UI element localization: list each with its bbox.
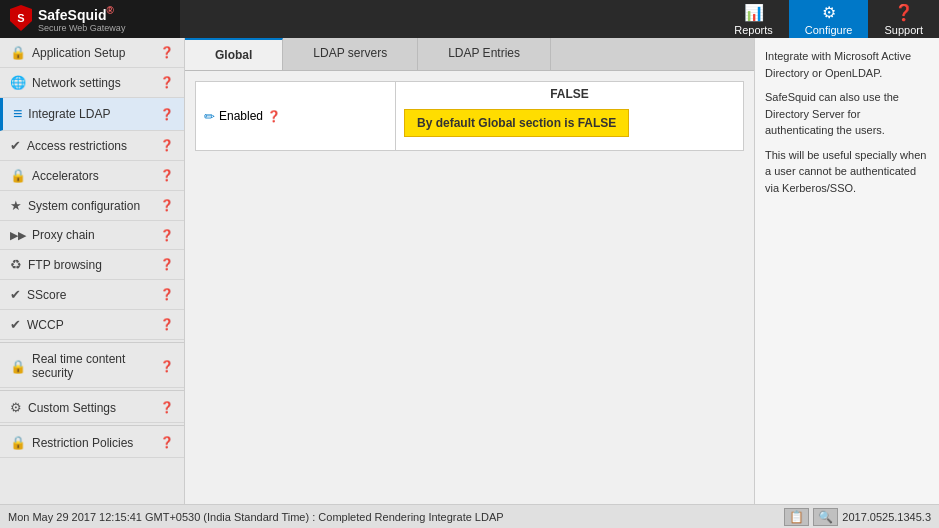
sidebar-label-restriction-policies: Restriction Policies bbox=[32, 436, 133, 450]
logo-shield-icon: S bbox=[10, 5, 32, 31]
logo-sub: Secure Web Gateway bbox=[38, 23, 125, 33]
tooltip-callout: By default Global section is FALSE bbox=[404, 109, 629, 137]
help-icon-sscore: ❓ bbox=[160, 288, 174, 301]
help-icon-network: ❓ bbox=[160, 76, 174, 89]
sidebar-label-access-restrictions: Access restrictions bbox=[27, 139, 127, 153]
header: S SafeSquid® Secure Web Gateway 📊 Report… bbox=[0, 0, 939, 38]
sidebar-item-ftp-browsing[interactable]: ♻ FTP browsing ❓ bbox=[0, 250, 184, 280]
support-button[interactable]: ❓ Support bbox=[868, 0, 939, 38]
accelerators-icon: 🔒 bbox=[10, 168, 26, 183]
sidebar-item-system-config[interactable]: ★ System configuration ❓ bbox=[0, 191, 184, 221]
tabs-bar: Global LDAP servers LDAP Entries bbox=[185, 38, 754, 71]
system-config-icon: ★ bbox=[10, 198, 22, 213]
row-header-cell: ✏ Enabled ❓ bbox=[196, 82, 396, 151]
sidebar-label-app-setup: Application Setup bbox=[32, 46, 125, 60]
proxy-chain-icon: ▶▶ bbox=[10, 229, 26, 242]
sidebar-item-app-setup[interactable]: 🔒 Application Setup ❓ bbox=[0, 38, 184, 68]
help-icon-access: ❓ bbox=[160, 139, 174, 152]
sidebar-item-integrate-ldap[interactable]: ≡ Integrate LDAP ❓ bbox=[0, 98, 184, 131]
row-help-icon: ❓ bbox=[267, 110, 281, 123]
help-icon-custom: ❓ bbox=[160, 401, 174, 414]
help-icon-proxy: ❓ bbox=[160, 229, 174, 242]
logo-area: S SafeSquid® Secure Web Gateway bbox=[0, 0, 180, 38]
sidebar-item-network-settings[interactable]: 🌐 Network settings ❓ bbox=[0, 68, 184, 98]
sidebar-divider bbox=[0, 342, 184, 343]
footer-version: 2017.0525.1345.3 bbox=[842, 511, 931, 523]
help-icon-ldap: ❓ bbox=[160, 108, 174, 121]
help-icon-accelerators: ❓ bbox=[160, 169, 174, 182]
sidebar-label-realtime-security: Real time content security bbox=[32, 352, 160, 380]
sscore-icon: ✔ bbox=[10, 287, 21, 302]
header-nav: 📊 Reports ⚙ Configure ❓ Support bbox=[718, 0, 939, 38]
configure-icon: ⚙ bbox=[822, 3, 836, 22]
sidebar-item-sscore[interactable]: ✔ SScore ❓ bbox=[0, 280, 184, 310]
main-layout: 🔒 Application Setup ❓ 🌐 Network settings… bbox=[0, 38, 939, 504]
tab-content-global: ✏ Enabled ❓ FALSE By default Global sect… bbox=[185, 71, 754, 504]
sidebar-label-system-config: System configuration bbox=[28, 199, 140, 213]
row-value-cell: FALSE By default Global section is FALSE bbox=[396, 82, 744, 151]
tab-ldap-servers[interactable]: LDAP servers bbox=[283, 38, 418, 70]
global-table: ✏ Enabled ❓ FALSE By default Global sect… bbox=[195, 81, 744, 151]
right-panel-text-3: This will be useful specially when a use… bbox=[765, 147, 929, 197]
sidebar-item-wccp[interactable]: ✔ WCCP ❓ bbox=[0, 310, 184, 340]
help-icon-ftp: ❓ bbox=[160, 258, 174, 271]
support-label: Support bbox=[884, 24, 923, 36]
custom-settings-icon: ⚙ bbox=[10, 400, 22, 415]
sidebar-label-custom-settings: Custom Settings bbox=[28, 401, 116, 415]
row-value: FALSE bbox=[404, 87, 735, 101]
tab-global[interactable]: Global bbox=[185, 38, 283, 70]
right-panel-text-1: Integrate with Microsoft Active Director… bbox=[765, 48, 929, 81]
logo-text-main: SafeSquid bbox=[38, 7, 106, 23]
sidebar-label-wccp: WCCP bbox=[27, 318, 64, 332]
ftp-browsing-icon: ♻ bbox=[10, 257, 22, 272]
edit-icon[interactable]: ✏ bbox=[204, 109, 215, 124]
right-panel-text-2: SafeSquid can also use the Directory Ser… bbox=[765, 89, 929, 139]
sidebar-item-accelerators[interactable]: 🔒 Accelerators ❓ bbox=[0, 161, 184, 191]
sidebar-item-restriction-policies[interactable]: 🔒 Restriction Policies ❓ bbox=[0, 428, 184, 458]
tab-ldap-entries[interactable]: LDAP Entries bbox=[418, 38, 551, 70]
reports-label: Reports bbox=[734, 24, 773, 36]
sidebar-label-accelerators: Accelerators bbox=[32, 169, 99, 183]
logo-name: SafeSquid® bbox=[38, 5, 125, 23]
sidebar: 🔒 Application Setup ❓ 🌐 Network settings… bbox=[0, 38, 185, 504]
help-icon-wccp: ❓ bbox=[160, 318, 174, 331]
content-area: Global LDAP servers LDAP Entries ✏ Enabl… bbox=[185, 38, 754, 504]
wccp-icon: ✔ bbox=[10, 317, 21, 332]
help-icon-system: ❓ bbox=[160, 199, 174, 212]
sidebar-label-network-settings: Network settings bbox=[32, 76, 121, 90]
right-info-panel: Integrate with Microsoft Active Director… bbox=[754, 38, 939, 504]
row-label: Enabled bbox=[219, 109, 263, 123]
footer-icon-btn-1[interactable]: 📋 bbox=[784, 508, 809, 526]
sidebar-divider3 bbox=[0, 425, 184, 426]
sidebar-item-proxy-chain[interactable]: ▶▶ Proxy chain ❓ bbox=[0, 221, 184, 250]
reports-icon: 📊 bbox=[744, 3, 764, 22]
footer-status-text: Mon May 29 2017 12:15:41 GMT+0530 (India… bbox=[8, 511, 504, 523]
app-setup-icon: 🔒 bbox=[10, 45, 26, 60]
restriction-policies-icon: 🔒 bbox=[10, 435, 26, 450]
realtime-security-icon: 🔒 bbox=[10, 359, 26, 374]
svg-text:S: S bbox=[17, 12, 24, 24]
sidebar-item-access-restrictions[interactable]: ✔ Access restrictions ❓ bbox=[0, 131, 184, 161]
sidebar-label-ftp-browsing: FTP browsing bbox=[28, 258, 102, 272]
access-restrictions-icon: ✔ bbox=[10, 138, 21, 153]
sidebar-divider2 bbox=[0, 390, 184, 391]
help-icon-restriction: ❓ bbox=[160, 436, 174, 449]
footer-icon-btn-2[interactable]: 🔍 bbox=[813, 508, 838, 526]
sidebar-item-custom-settings[interactable]: ⚙ Custom Settings ❓ bbox=[0, 393, 184, 423]
configure-label: Configure bbox=[805, 24, 853, 36]
integrate-ldap-icon: ≡ bbox=[13, 105, 22, 123]
sidebar-label-proxy-chain: Proxy chain bbox=[32, 228, 95, 242]
network-settings-icon: 🌐 bbox=[10, 75, 26, 90]
table-row-enabled: ✏ Enabled ❓ FALSE By default Global sect… bbox=[196, 82, 744, 151]
footer: Mon May 29 2017 12:15:41 GMT+0530 (India… bbox=[0, 504, 939, 528]
sidebar-item-realtime-security[interactable]: 🔒 Real time content security ❓ bbox=[0, 345, 184, 388]
sidebar-label-sscore: SScore bbox=[27, 288, 66, 302]
reports-button[interactable]: 📊 Reports bbox=[718, 0, 789, 38]
configure-button[interactable]: ⚙ Configure bbox=[789, 0, 869, 38]
footer-right: 📋 🔍 2017.0525.1345.3 bbox=[784, 508, 931, 526]
help-icon-realtime: ❓ bbox=[160, 360, 174, 373]
help-icon-app-setup: ❓ bbox=[160, 46, 174, 59]
sidebar-label-integrate-ldap: Integrate LDAP bbox=[28, 107, 110, 121]
support-icon: ❓ bbox=[894, 3, 914, 22]
